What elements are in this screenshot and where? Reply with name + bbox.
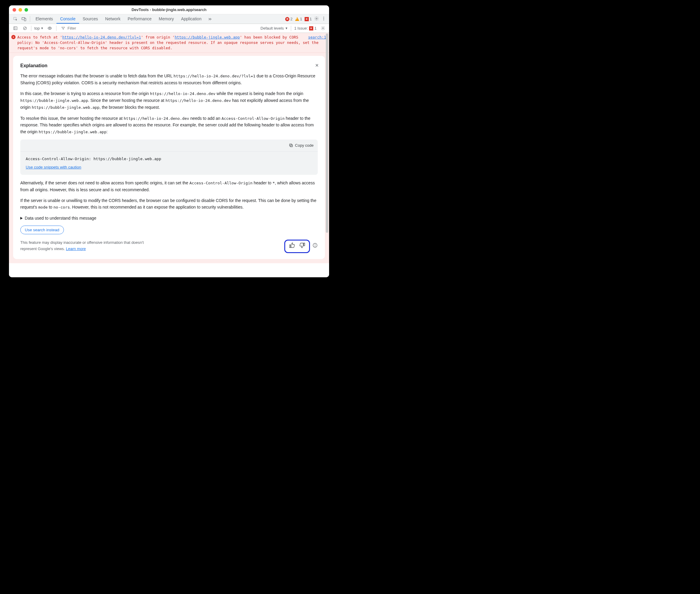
console-settings-icon[interactable] [319, 25, 326, 32]
svg-point-4 [323, 17, 324, 17]
explanation-p5: If the server is unable or unwilling to … [20, 197, 318, 211]
error-url-1[interactable]: https://hello-io-24.deno.dev/?lvl=1 [62, 35, 141, 39]
use-search-button[interactable]: Use search instead [20, 226, 64, 234]
scrollbar[interactable] [325, 33, 328, 277]
settings-icon[interactable] [314, 16, 319, 22]
error-count[interactable]: ✕2 [285, 17, 292, 21]
tab-application[interactable]: Application [177, 14, 205, 24]
explanation-p1: The error message indicates that the bro… [20, 73, 318, 86]
svg-point-3 [316, 18, 317, 19]
thumbs-down-icon[interactable] [300, 242, 306, 251]
issue-count[interactable]: ✕1 [305, 17, 312, 21]
tab-console[interactable]: Console [57, 14, 79, 24]
devtools-window: DevTools - bubble-jingle.web.app/search … [9, 5, 329, 277]
live-expression-icon[interactable] [46, 25, 53, 32]
svg-point-11 [49, 28, 50, 29]
window-title: DevTools - bubble-jingle.web.app/search [9, 7, 329, 12]
console-content: ✕ search:1 Access to fetch at 'https://h… [9, 33, 329, 277]
toggle-sidebar-icon[interactable] [12, 25, 19, 32]
details-summary[interactable]: Data used to understand this message [20, 215, 318, 222]
console-toolbar: top▼ Default levels▼ 1 Issue: ✕ 1 [9, 24, 329, 33]
more-tabs-icon[interactable] [205, 14, 215, 24]
filter-field[interactable] [61, 26, 115, 31]
explanation-wrap: ✕ Explanation The error message indicate… [9, 53, 329, 263]
tab-performance[interactable]: Performance [124, 14, 155, 24]
code-block: Copy code Access-Control-Allow-Origin: h… [20, 139, 318, 175]
svg-rect-2 [24, 18, 26, 21]
svg-rect-14 [289, 144, 292, 146]
tab-memory[interactable]: Memory [155, 14, 178, 24]
more-options-icon[interactable] [321, 16, 326, 22]
tab-elements[interactable]: Elements [32, 14, 57, 24]
error-icon: ✕ [11, 35, 15, 39]
filter-input[interactable] [67, 26, 115, 31]
feedback-buttons [284, 240, 310, 253]
svg-point-17 [315, 246, 315, 246]
data-used-details[interactable]: Data used to understand this message [20, 215, 318, 222]
context-selector[interactable]: top▼ [34, 26, 44, 31]
svg-point-12 [322, 28, 323, 29]
copy-code-button[interactable]: Copy code [20, 139, 318, 152]
learn-more-link[interactable]: Learn more [66, 246, 86, 251]
panel-tabs: Elements Console Sources Network Perform… [9, 14, 329, 24]
error-url-2[interactable]: https://bubble-jingle.web.app [175, 35, 240, 39]
thumbs-up-icon[interactable] [289, 242, 295, 251]
tab-network[interactable]: Network [102, 14, 124, 24]
clear-console-icon[interactable] [22, 25, 28, 32]
code-content: Access-Control-Allow-Origin: https://bub… [20, 152, 318, 164]
explanation-title: Explanation [20, 62, 318, 70]
close-icon[interactable]: ✕ [315, 62, 319, 69]
svg-point-5 [323, 18, 324, 19]
warning-count[interactable]: 1 [295, 17, 302, 21]
svg-rect-7 [13, 27, 17, 30]
levels-selector[interactable]: Default levels▼ [260, 26, 288, 31]
caution-link[interactable]: Use code snippets with caution [26, 165, 81, 169]
source-link[interactable]: search:1 [308, 35, 326, 40]
explanation-p4: Alternatively, if the server does not ne… [20, 179, 318, 193]
issues-link[interactable]: 1 Issue: ✕ 1 [294, 26, 317, 31]
titlebar: DevTools - bubble-jingle.web.app/search [9, 5, 329, 14]
svg-line-10 [24, 27, 26, 29]
disclaimer: This feature may display inaccurate or o… [20, 240, 149, 252]
explanation-card: ✕ Explanation The error message indicate… [13, 56, 325, 259]
svg-rect-13 [290, 144, 293, 147]
svg-point-6 [323, 20, 324, 20]
tab-sources[interactable]: Sources [79, 14, 102, 24]
device-toolbar-icon[interactable] [20, 14, 28, 24]
explanation-p2: In this case, the browser is trying to a… [20, 90, 318, 110]
report-icon[interactable] [312, 243, 318, 250]
inspect-element-icon[interactable] [11, 14, 20, 24]
scrollbar-thumb[interactable] [326, 33, 328, 233]
explanation-p3: To resolve this issue, the server hostin… [20, 115, 318, 135]
error-message[interactable]: ✕ search:1 Access to fetch at 'https://h… [9, 33, 329, 53]
